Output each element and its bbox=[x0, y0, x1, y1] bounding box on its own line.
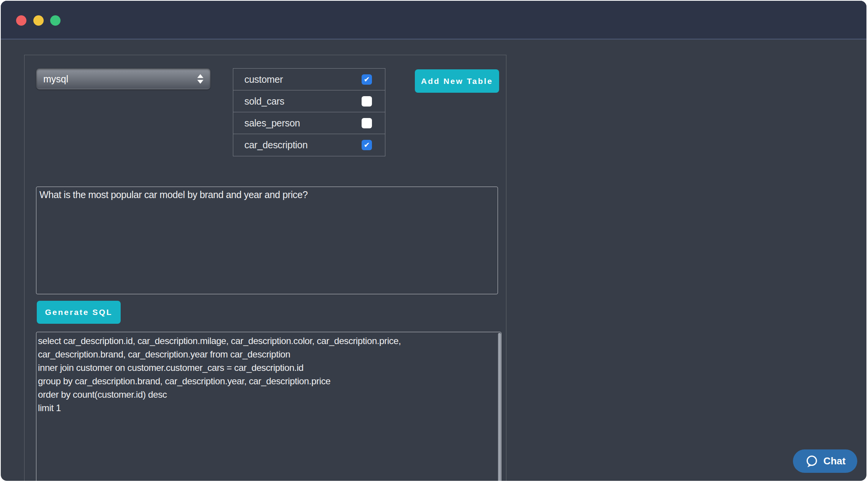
table-name-label: sales_person bbox=[244, 118, 300, 129]
select-arrows-icon bbox=[197, 74, 203, 84]
close-button[interactable] bbox=[16, 15, 26, 26]
zoom-button[interactable] bbox=[50, 15, 61, 26]
table-name-label: car_description bbox=[244, 139, 308, 151]
sql-output[interactable]: select car_description.id, car_descripti… bbox=[36, 332, 501, 481]
table-name-label: customer bbox=[244, 74, 283, 85]
table-row[interactable]: customer bbox=[233, 69, 385, 90]
minimize-button[interactable] bbox=[33, 15, 44, 26]
sql-output-container: select car_description.id, car_descripti… bbox=[36, 332, 501, 481]
window-titlebar bbox=[1, 1, 866, 39]
table-name-label: sold_cars bbox=[244, 96, 284, 107]
table-row[interactable]: car_description bbox=[233, 134, 385, 156]
table-row[interactable]: sales_person bbox=[233, 112, 385, 134]
database-selected-value: mysql bbox=[43, 74, 68, 85]
table-checkbox[interactable] bbox=[362, 118, 372, 128]
chat-bubble-icon bbox=[805, 454, 819, 468]
chat-button-label: Chat bbox=[824, 455, 846, 467]
chat-button[interactable]: Chat bbox=[793, 449, 857, 473]
table-checkbox[interactable] bbox=[362, 140, 372, 150]
question-input[interactable]: What is the most popular car model by br… bbox=[36, 187, 498, 294]
tables-list: customer sold_cars sales_person car_desc… bbox=[233, 68, 385, 156]
table-row[interactable]: sold_cars bbox=[233, 90, 385, 112]
database-select[interactable]: mysql bbox=[36, 68, 211, 90]
table-checkbox[interactable] bbox=[362, 96, 372, 107]
generate-sql-button[interactable]: Generate SQL bbox=[37, 301, 121, 324]
sql-scrollbar[interactable] bbox=[498, 333, 501, 481]
app-window: mysql customer sold_cars sales_person ca… bbox=[1, 1, 866, 481]
query-builder-panel: mysql customer sold_cars sales_person ca… bbox=[24, 55, 506, 481]
add-new-table-button[interactable]: Add New Table bbox=[415, 69, 499, 93]
table-checkbox[interactable] bbox=[362, 74, 372, 85]
